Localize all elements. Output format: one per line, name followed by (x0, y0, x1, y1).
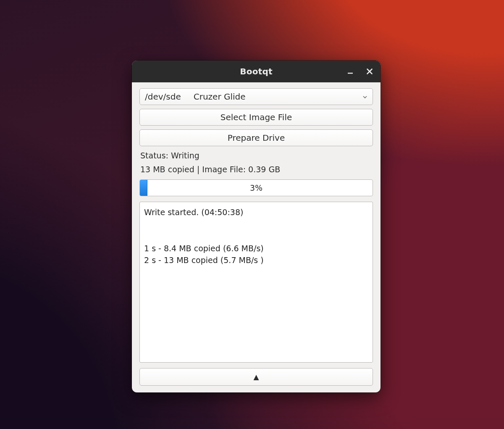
select-image-button[interactable]: Select Image File (139, 109, 373, 126)
minimize-button[interactable] (344, 66, 356, 77)
drive-select[interactable]: /dev/sde Cruzer Glide (139, 88, 373, 105)
collapse-log-button[interactable]: ▲ (139, 368, 373, 386)
progress-percent-label: 3% (140, 180, 373, 196)
app-window: Bootqt /dev/sde Cru (132, 61, 381, 392)
log-output[interactable]: Write started. (04:50:38) 1 s - 8.4 MB c… (139, 202, 373, 363)
desktop-background: Bootqt /dev/sde Cru (0, 0, 504, 429)
close-button[interactable] (364, 66, 375, 77)
prepare-drive-button[interactable]: Prepare Drive (139, 129, 373, 146)
drive-device: /dev/sde (145, 92, 181, 102)
titlebar[interactable]: Bootqt (132, 61, 381, 82)
triangle-up-icon: ▲ (253, 373, 259, 381)
select-image-label: Select Image File (220, 112, 292, 122)
prepare-drive-label: Prepare Drive (228, 133, 285, 143)
window-title: Bootqt (240, 66, 272, 76)
drive-select-text: /dev/sde Cruzer Glide (145, 92, 246, 102)
svg-rect-0 (348, 73, 353, 74)
chevron-down-icon (362, 92, 368, 102)
close-icon (366, 68, 373, 75)
window-controls (344, 61, 375, 82)
status-text: Status: Writing (139, 150, 373, 160)
window-content: /dev/sde Cruzer Glide Select Image File … (132, 82, 381, 392)
drive-label: Cruzer Glide (194, 92, 246, 102)
progress-info-text: 13 MB copied | Image File: 0.39 GB (139, 164, 373, 174)
minimize-icon (347, 68, 354, 75)
progress-bar: 3% (139, 179, 373, 196)
